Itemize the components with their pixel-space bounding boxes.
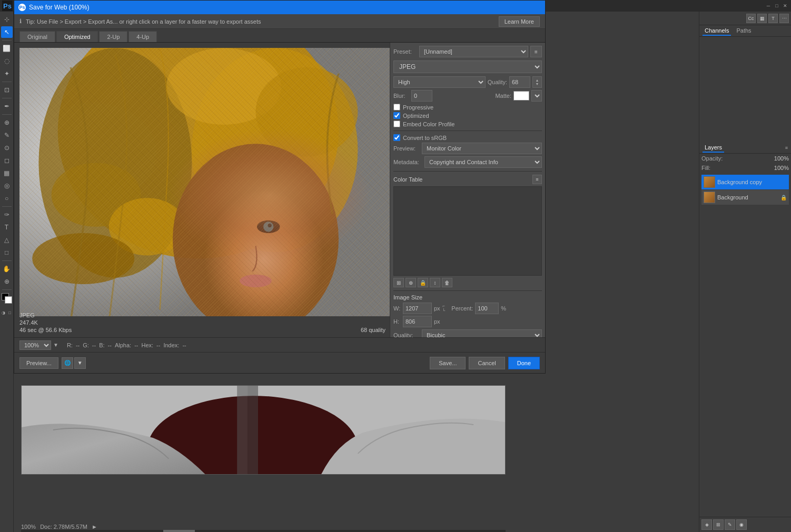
cursor-tool[interactable]: ↖: [1, 26, 13, 38]
blur-input[interactable]: [411, 90, 432, 102]
tab-4up[interactable]: 4-Up: [128, 31, 157, 42]
alpha-value: --: [134, 342, 138, 348]
convert-srgb-checkbox[interactable]: [393, 134, 400, 141]
shape-tool[interactable]: □: [1, 247, 13, 258]
ct-lock-button[interactable]: 🔒: [418, 278, 428, 287]
layers-panel-header: Layers ≡: [699, 142, 791, 154]
color-table-menu-button[interactable]: ≡: [532, 175, 542, 184]
tool-small-1[interactable]: ◈: [701, 519, 712, 530]
resample-row: Quality: Bicubic: [393, 329, 542, 337]
close-button[interactable]: ✕: [782, 2, 789, 9]
layer-item-bg[interactable]: Background 🔒: [701, 190, 789, 205]
heal-tool[interactable]: ⊕: [1, 117, 13, 128]
tool-small-4[interactable]: ◉: [736, 519, 747, 530]
stamp-tool[interactable]: ⊙: [1, 142, 13, 154]
eraser-tool[interactable]: ◻: [1, 155, 13, 166]
ct-add-button[interactable]: ⊕: [406, 278, 416, 287]
convert-srgb-row: Convert to sRGB: [393, 134, 542, 141]
quick-mask-tool[interactable]: ◑: [1, 307, 6, 318]
tab-original[interactable]: Original: [19, 31, 55, 42]
screen-mode-tool[interactable]: □: [7, 307, 13, 318]
zoom-select[interactable]: 100%: [19, 340, 51, 350]
zoom-percent: 100%: [21, 524, 36, 530]
ct-map-button[interactable]: ⊞: [393, 278, 404, 287]
progressive-checkbox[interactable]: [393, 104, 400, 111]
dodge-tool[interactable]: ○: [1, 193, 13, 204]
wand-tool[interactable]: ✦: [1, 68, 13, 79]
compression-select[interactable]: High: [393, 76, 486, 88]
svg-point-12: [268, 224, 271, 227]
tab-layers[interactable]: Layers: [703, 143, 724, 153]
layer-item-bg-copy[interactable]: Background copy: [701, 175, 789, 189]
maximize-button[interactable]: □: [773, 2, 780, 9]
blur-tool[interactable]: ◎: [1, 180, 13, 192]
convert-srgb-label[interactable]: Convert to sRGB: [403, 135, 447, 141]
optimized-checkbox[interactable]: [393, 112, 400, 119]
learn-more-button[interactable]: Learn More: [499, 16, 540, 27]
progressive-label[interactable]: Progressive: [403, 104, 433, 111]
channels-panel-icon[interactable]: Cc: [746, 14, 756, 23]
preset-select[interactable]: [Unnamed]: [419, 46, 528, 57]
tab-optimized[interactable]: Optimized: [56, 31, 98, 42]
embed-color-label[interactable]: Embed Color Profile: [403, 121, 454, 127]
layers-menu-icon[interactable]: ≡: [785, 145, 788, 150]
metadata-select[interactable]: Copyright and Contact Info: [424, 156, 542, 168]
type-tool[interactable]: T: [1, 222, 13, 233]
ct-delete-button[interactable]: 🗑: [442, 278, 452, 287]
quality-input[interactable]: [509, 76, 530, 88]
preview-color-select[interactable]: Monitor Color: [422, 143, 542, 154]
matte-swatch[interactable]: [513, 91, 529, 101]
move-tool[interactable]: ⊹: [1, 14, 13, 25]
height-input[interactable]: [403, 316, 432, 327]
doc-info: Doc: 2.78M/5.57M: [40, 524, 87, 530]
resample-select[interactable]: Bicubic: [422, 329, 542, 337]
color-swatches[interactable]: [2, 293, 12, 304]
optimized-checkbox-row: Optimized: [393, 112, 542, 119]
hand-tool[interactable]: ✋: [1, 263, 13, 275]
link-icon[interactable]: ⌐ └: [442, 304, 446, 313]
browser-icon[interactable]: 🌐: [62, 357, 73, 369]
embed-color-checkbox[interactable]: [393, 121, 400, 127]
percent-input[interactable]: [475, 303, 499, 314]
brush-tool[interactable]: ✎: [1, 129, 13, 141]
tab-paths[interactable]: Paths: [734, 26, 753, 36]
preview-quality: 68 quality: [361, 327, 385, 333]
done-button[interactable]: Done: [508, 357, 540, 369]
optimized-label[interactable]: Optimized: [403, 113, 429, 119]
tool-small-3[interactable]: ✎: [725, 519, 735, 530]
matte-select[interactable]: ▼: [531, 90, 542, 102]
scroll-thumb[interactable]: [163, 530, 195, 532]
path-tool[interactable]: △: [1, 234, 13, 246]
pen-tool[interactable]: ✑: [1, 209, 13, 220]
crop-tool[interactable]: ⊡: [1, 84, 13, 96]
marquee-tool[interactable]: ⬜: [1, 43, 13, 54]
tool-small-2[interactable]: ⊞: [713, 519, 724, 530]
eyedropper-tool[interactable]: ✒: [1, 101, 13, 112]
cancel-button[interactable]: Cancel: [469, 357, 505, 369]
expand-icon[interactable]: ►: [92, 524, 97, 530]
format-select[interactable]: JPEG: [393, 61, 542, 73]
ct-shift-button[interactable]: ↕: [430, 278, 440, 287]
preview-button[interactable]: Preview...: [19, 357, 58, 369]
quality-spinner[interactable]: ▲ ▼: [532, 76, 542, 88]
scroll-bar[interactable]: [21, 530, 506, 532]
more-tools-icon[interactable]: ⋯: [779, 14, 789, 23]
lasso-tool[interactable]: ◌: [1, 55, 13, 67]
panel-icons: Cc ▦ T ⋯: [746, 14, 789, 23]
tab-2up[interactable]: 2-Up: [99, 31, 127, 42]
minimize-button[interactable]: ─: [765, 2, 772, 9]
browser-dropdown[interactable]: ▼: [74, 357, 86, 369]
height-unit: px: [434, 318, 440, 325]
gradient-tool[interactable]: ▦: [1, 167, 13, 179]
type-panel-icon[interactable]: T: [768, 14, 778, 23]
preset-menu-button[interactable]: ≡: [530, 46, 542, 57]
zoom-tool[interactable]: ⊕: [1, 276, 13, 287]
grid-icon[interactable]: ▦: [757, 14, 767, 23]
embed-color-checkbox-row: Embed Color Profile: [393, 121, 542, 127]
layers-tab-group: Layers: [703, 143, 724, 153]
color-table-title: Color Table: [393, 176, 422, 183]
save-button[interactable]: Save...: [430, 357, 466, 369]
width-input[interactable]: [403, 303, 432, 314]
zoom-dropdown-icon[interactable]: ▼: [53, 342, 58, 348]
tab-channels[interactable]: Channels: [703, 26, 731, 36]
